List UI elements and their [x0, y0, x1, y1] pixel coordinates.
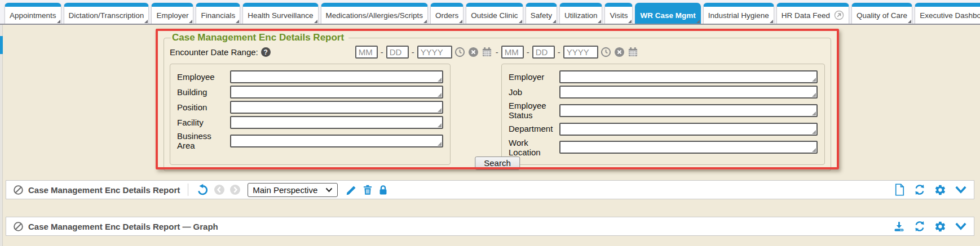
employee-status-label: Employee Status — [509, 101, 559, 120]
tab-dropdown-corner — [314, 20, 317, 23]
panel-toolbar-left: Main Perspective — [196, 183, 389, 197]
tab-employer[interactable]: Employer — [151, 3, 193, 24]
refresh-icon[interactable] — [913, 220, 926, 232]
download-icon[interactable] — [893, 221, 905, 232]
tab-wr-case-mgmt[interactable]: WR Case Mgmt — [635, 3, 700, 24]
job-field[interactable] — [559, 86, 818, 99]
tab-dropdown-corner — [423, 20, 427, 23]
module-tab-bar: Appointments Dictation/Transcription Emp… — [0, 0, 980, 25]
tab-dropdown-corner — [696, 20, 700, 23]
business-area-label: Business Area — [177, 131, 230, 151]
search-button[interactable]: Search — [475, 156, 520, 170]
no-entry-icon — [13, 221, 24, 232]
scroll-thumb[interactable] — [0, 36, 3, 54]
business-area-field[interactable] — [230, 135, 443, 147]
end-year-input[interactable] — [563, 46, 598, 59]
date-range-inputs: - - - - - — [355, 46, 639, 59]
tab-dropdown-corner — [144, 20, 148, 23]
left-scroll-strip[interactable] — [0, 25, 3, 246]
employee-field[interactable] — [230, 70, 443, 83]
building-label: Building — [177, 87, 230, 97]
filter-group-right: Employer Job Employee Status Department … — [501, 64, 825, 165]
edit-pencil-icon[interactable] — [346, 184, 357, 196]
tab-dropdown-corner — [908, 20, 911, 23]
tab-appointments[interactable]: Appointments — [5, 3, 61, 24]
tab-health-surveillance[interactable]: Health Surveillance — [242, 3, 318, 24]
tab-dropdown-corner — [459, 20, 462, 23]
tab-dropdown-corner — [770, 20, 773, 23]
new-document-icon[interactable] — [894, 184, 905, 196]
refresh-icon[interactable] — [913, 184, 926, 196]
report-panel-header: Case Management Enc Details Report Main … — [6, 180, 974, 199]
start-calendar-icon[interactable] — [482, 47, 492, 57]
tab-orders[interactable]: Orders — [430, 3, 463, 24]
tab-financials[interactable]: Financials — [196, 3, 240, 24]
facility-field[interactable] — [230, 116, 443, 129]
chevron-down-icon — [325, 187, 333, 193]
tab-hr-data-feed[interactable]: HR Data Feed — [776, 3, 849, 24]
end-clear-icon[interactable] — [614, 47, 625, 57]
end-month-input[interactable] — [501, 46, 524, 59]
date-range-label: Encounter Date Range: — [170, 47, 258, 57]
tab-outside-clinic[interactable]: Outside Clinic — [466, 3, 523, 24]
start-clear-icon[interactable] — [468, 47, 479, 57]
gear-icon[interactable] — [934, 221, 946, 232]
start-month-input[interactable] — [355, 46, 378, 59]
tab-safety[interactable]: Safety — [526, 3, 557, 24]
collapse-chevron-icon[interactable] — [955, 222, 967, 231]
job-label: Job — [509, 87, 559, 97]
tab-quality-of-care[interactable]: Quality of Care — [851, 3, 912, 24]
tab-dropdown-corner — [519, 20, 522, 23]
perspective-selected-value: Main Perspective — [253, 185, 317, 195]
gear-icon[interactable] — [934, 184, 946, 196]
tab-dropdown-corner — [598, 20, 601, 23]
help-icon[interactable]: ? — [261, 47, 271, 57]
filter-group-left: Employee Building Position Facility Busi… — [170, 64, 451, 165]
tab-dropdown-corner — [189, 20, 192, 23]
tab-visits[interactable]: Visits — [604, 3, 633, 24]
range-separator: - — [495, 47, 500, 57]
no-entry-icon — [13, 185, 24, 195]
position-field[interactable] — [230, 101, 443, 114]
start-time-clock-icon[interactable] — [454, 47, 465, 57]
trash-icon[interactable] — [362, 184, 373, 196]
encounter-date-range-row: Encounter Date Range: ? - - - - - — [170, 43, 825, 64]
tab-dictation-transcription[interactable]: Dictation/Transcription — [64, 3, 149, 24]
work-location-label: Work Location — [509, 138, 559, 158]
facility-label: Facility — [177, 118, 230, 127]
panel-title: Case Management Enc Details Report — Gra… — [28, 222, 218, 231]
panel-toolbar-right — [893, 220, 967, 232]
collapse-chevron-icon[interactable] — [955, 185, 967, 194]
tab-dropdown-corner — [236, 20, 239, 23]
start-day-input[interactable] — [386, 46, 409, 59]
tab-executive-dashboard[interactable]: Executive Dashboard — [915, 3, 980, 24]
tab-utilization[interactable]: Utilization — [559, 3, 603, 24]
report-title: Case Management Enc Details Report — [171, 32, 348, 43]
work-location-field[interactable] — [559, 141, 818, 154]
panel-toolbar-right — [894, 184, 967, 196]
employee-label: Employee — [177, 72, 230, 82]
tab-industrial-hygiene[interactable]: Industrial Hygiene — [703, 3, 774, 24]
tab-dropdown-corner — [57, 20, 60, 23]
tab-dropdown-corner — [628, 20, 632, 23]
undo-icon[interactable] — [196, 184, 209, 196]
end-day-input[interactable] — [532, 46, 555, 59]
tab-medications-allergies-scripts[interactable]: Medications/Allergies/Scripts — [321, 3, 429, 24]
perspective-select[interactable]: Main Perspective — [248, 183, 338, 197]
building-field[interactable] — [230, 86, 443, 99]
end-calendar-icon[interactable] — [628, 47, 638, 57]
employer-field[interactable] — [559, 70, 818, 83]
divider — [188, 184, 188, 196]
employee-status-field[interactable] — [559, 104, 818, 117]
employer-label: Employer — [509, 72, 559, 82]
department-field[interactable] — [559, 123, 818, 136]
start-year-input[interactable] — [417, 46, 452, 59]
end-time-clock-icon[interactable] — [601, 47, 611, 57]
panel-title: Case Management Enc Details Report — [28, 185, 180, 195]
filter-field-groups: Employee Building Position Facility Busi… — [170, 64, 825, 165]
nav-prev-icon[interactable] — [214, 184, 225, 195]
nav-next-icon[interactable] — [229, 184, 241, 195]
graph-panel-header: Case Management Enc Details Report — Gra… — [6, 217, 974, 236]
lock-icon[interactable] — [378, 184, 389, 196]
report-fieldset: Case Management Enc Details Report Encou… — [164, 32, 831, 171]
